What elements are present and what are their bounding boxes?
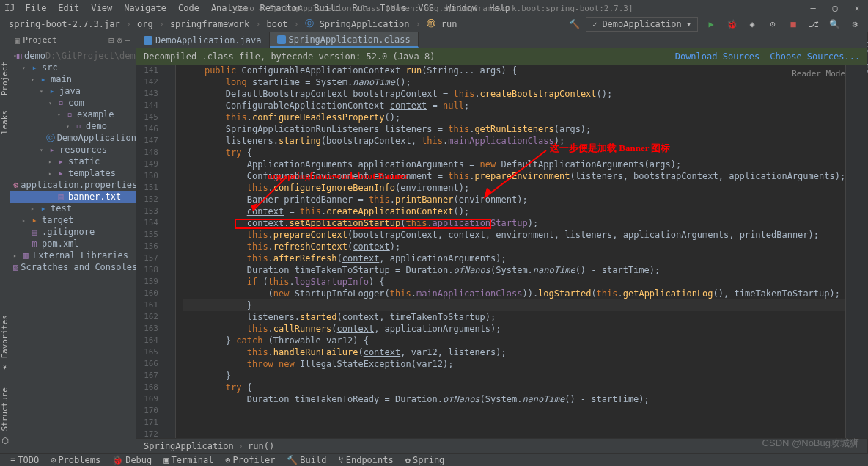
menu-navigate[interactable]: Navigate: [118, 3, 172, 13]
hammer-icon[interactable]: 🔨: [569, 19, 580, 29]
bc-2[interactable]: springframework: [167, 19, 252, 29]
settings-button[interactable]: ⚙: [847, 17, 862, 32]
maximize-button[interactable]: ▢: [824, 0, 846, 16]
code-editor[interactable]: public ConfigurableApplicationContext ru…: [176, 65, 845, 438]
profiler-tool[interactable]: ⊙ Profiler: [219, 455, 281, 465]
terminal-tool[interactable]: ▣ Terminal: [158, 455, 219, 465]
run-config-dropdown[interactable]: ✓ DemoApplication ▾: [586, 17, 698, 32]
bc-1[interactable]: org: [134, 19, 156, 29]
stop-button[interactable]: ■: [786, 17, 801, 32]
problems-tool[interactable]: ⊘ Problems: [45, 455, 106, 465]
todo-tool[interactable]: ≡ TODO: [4, 455, 45, 465]
folder-icon: ▣: [15, 35, 20, 45]
structure-tool-button[interactable]: ⬡ Structure: [0, 387, 10, 445]
tree-item-resources[interactable]: ▾▸resources: [10, 144, 136, 156]
options-icon[interactable]: ⚙: [117, 35, 122, 45]
tree-item-static[interactable]: ▸▸static: [10, 156, 136, 167]
editor-tabs: DemoApplication.java SpringApplication.c…: [136, 32, 867, 48]
app-icon: IJ: [0, 3, 19, 13]
bc-4[interactable]: SpringApplication: [317, 19, 413, 29]
watermark: CSDN @NoBug攻城狮: [762, 437, 859, 450]
left-tool-bar: Project leaks ★ Favorites ⬡ Structure: [0, 32, 10, 453]
breadcrumb-class[interactable]: SpringApplication: [144, 441, 234, 451]
tab-demo-application[interactable]: DemoApplication.java: [136, 32, 270, 48]
project-panel-title: Project: [23, 35, 107, 45]
tree-item-test[interactable]: ▸▸test: [10, 203, 136, 214]
menu-view[interactable]: View: [85, 3, 118, 13]
tree-item-Scratches-and-Consoles[interactable]: ▧Scratches and Consoles: [10, 261, 136, 273]
info-text: Decompiled .class file, bytecode version…: [144, 51, 435, 62]
tab-spring-application[interactable]: SpringApplication.class: [270, 32, 419, 48]
menu-file[interactable]: File: [19, 3, 52, 13]
tree-item-DemoApplication[interactable]: ⓒDemoApplication: [10, 132, 136, 144]
tree-item-application-properties[interactable]: ⚙application.properties: [10, 179, 136, 191]
project-panel: ▣ Project ⊟ ⚙ — ▾◧demo D:\GitProject\dem…: [10, 32, 136, 453]
spring-tool[interactable]: ✿ Spring: [400, 455, 451, 465]
tree-item-com[interactable]: ▾▫com: [10, 97, 136, 109]
menu-edit[interactable]: Edit: [52, 3, 85, 13]
build-tool[interactable]: 🔨 Build: [281, 455, 332, 465]
tree-item-External-Libraries[interactable]: ▸▦External Libraries: [10, 250, 136, 261]
tree-item-demo[interactable]: ▾◧demo D:\GitProject\demo: [10, 50, 136, 62]
window-title: demo – SpringApplication.class [Maven: o…: [235, 4, 633, 13]
debug-button[interactable]: 🐞: [724, 17, 739, 32]
leaks-tool-button[interactable]: leaks: [0, 110, 10, 134]
profile-button[interactable]: ⊙: [765, 17, 780, 32]
git-button[interactable]: ⎇: [806, 17, 821, 32]
bc-5[interactable]: run: [438, 19, 460, 29]
fold-gutter[interactable]: [166, 65, 176, 438]
tree-item-demo[interactable]: ▾▫demo: [10, 120, 136, 132]
tree-item-java[interactable]: ▾▸java: [10, 85, 136, 97]
tree-item-banner-txt[interactable]: ▤banner.txt: [10, 191, 136, 203]
tree-item-main[interactable]: ▾▸main: [10, 73, 136, 85]
line-gutter[interactable]: 141 142 143 144 145 146 147 148 149 150 …: [136, 65, 166, 438]
menu-code[interactable]: Code: [172, 3, 205, 13]
coverage-button[interactable]: ◈: [745, 17, 760, 32]
breadcrumb-method[interactable]: run(): [248, 441, 274, 451]
project-tool-button[interactable]: Project: [0, 62, 10, 95]
minimize-button[interactable]: —: [802, 0, 824, 16]
nav-bar: spring-boot-2.7.3.jar› org› springframew…: [0, 16, 868, 32]
editor-breadcrumb: SpringApplication › run(): [136, 438, 867, 453]
search-button[interactable]: 🔍: [827, 17, 842, 32]
hide-icon[interactable]: —: [125, 35, 130, 45]
menu-bar: IJ File Edit View Navigate Code Analyze …: [0, 0, 868, 16]
project-tree[interactable]: ▾◧demo D:\GitProject\demo▾▸src▾▸main▾▸ja…: [10, 48, 136, 453]
tree-item-templates[interactable]: ▸▸templates: [10, 167, 136, 179]
breadcrumb: spring-boot-2.7.3.jar› org› springframew…: [0, 18, 460, 30]
minimap[interactable]: [845, 65, 867, 438]
debug-tool[interactable]: 🐞 Debug: [106, 455, 158, 465]
favorites-tool-button[interactable]: ★ Favorites: [0, 315, 10, 373]
close-button[interactable]: ✕: [846, 0, 868, 16]
choose-sources-link[interactable]: Choose Sources...: [770, 51, 860, 62]
tree-item-example[interactable]: ▾▫example: [10, 109, 136, 120]
status-bar: ≡ TODO ⊘ Problems 🐞 Debug ▣ Terminal ⊙ P…: [0, 453, 868, 466]
tree-item-target[interactable]: ▸▸target: [10, 214, 136, 226]
bc-0[interactable]: spring-boot-2.7.3.jar: [6, 19, 123, 29]
tree-item-pom-xml[interactable]: mpom.xml: [10, 238, 136, 250]
collapse-icon[interactable]: ⊟: [108, 35, 114, 45]
tree-item-src[interactable]: ▾▸src: [10, 62, 136, 73]
tree-item--gitignore[interactable]: ▤.gitignore: [10, 226, 136, 238]
decompile-info-bar: Decompiled .class file, bytecode version…: [136, 48, 867, 65]
endpoints-tool[interactable]: ↯ Endpoints: [332, 455, 399, 465]
bc-3[interactable]: boot: [263, 19, 290, 29]
run-button[interactable]: ▶: [704, 17, 718, 32]
download-sources-link[interactable]: Download Sources: [675, 51, 760, 62]
